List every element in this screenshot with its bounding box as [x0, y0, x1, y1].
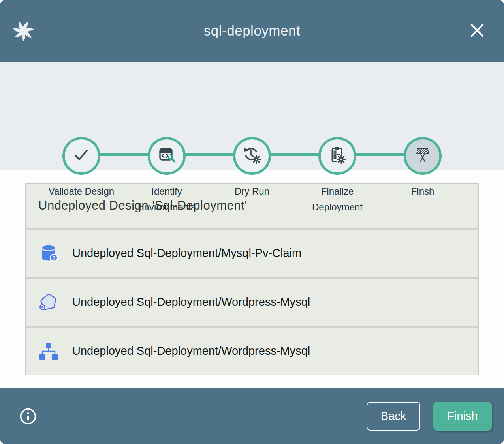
step-circle — [233, 137, 271, 175]
step-circle — [62, 137, 100, 175]
info-button[interactable] — [19, 407, 37, 425]
wizard-stepper: Validate Design — [0, 62, 504, 170]
pinwheel-logo-icon — [13, 21, 34, 42]
pentagon-badge-icon — [38, 292, 59, 313]
info-circle-icon — [19, 421, 37, 427]
step-label: Finalize Deployment — [303, 184, 372, 215]
close-button[interactable] — [466, 20, 488, 42]
step-circle — [404, 137, 442, 175]
step-finalize-deployment: Finalize Deployment — [295, 63, 380, 215]
modal-footer: Back Finish — [0, 388, 504, 444]
checkmark-icon — [72, 146, 91, 166]
step-circle — [148, 137, 186, 175]
step-finish: Finsh — [380, 63, 465, 215]
close-x-icon — [469, 22, 485, 39]
deployment-wizard-modal: sql-deployment Validate Design — [0, 0, 504, 444]
step-label: Dry Run — [235, 184, 269, 199]
database-question-icon: ? — [38, 243, 59, 264]
status-row-text: Undeployed Sql-Deployment/Mysql-Pv-Claim — [72, 247, 301, 260]
step-label: Finsh — [411, 184, 434, 199]
status-row-text: Undeployed Sql-Deployment/Wordpress-Mysq… — [72, 296, 310, 309]
status-row-wordpress-mysql-service: Undeployed Sql-Deployment/Wordpress-Mysq… — [26, 279, 478, 326]
checkered-flags-icon — [412, 145, 433, 167]
status-row-wordpress-mysql-deployment: Undeployed Sql-Deployment/Wordpress-Mysq… — [26, 328, 478, 375]
refresh-clock-gear-icon — [242, 145, 262, 167]
step-dry-run: Dry Run — [209, 63, 295, 215]
hierarchy-icon — [38, 341, 59, 362]
modal-header: sql-deployment — [0, 0, 504, 62]
step-circle — [318, 137, 356, 175]
page-title: sql-deployment — [204, 23, 300, 39]
step-label: Identify Environments — [132, 184, 201, 215]
finish-button[interactable]: Finish — [433, 402, 492, 431]
clipboard-checklist-gear-icon — [327, 145, 348, 167]
status-row-text: Undeployed Sql-Deployment/Wordpress-Mysq… — [72, 345, 310, 358]
step-label: Validate Design — [49, 184, 114, 199]
back-button[interactable]: Back — [367, 402, 420, 431]
svg-text:?: ? — [53, 255, 55, 260]
code-window-wrench-icon — [157, 145, 177, 167]
step-identify-environments: Identify Environments — [124, 63, 209, 215]
step-validate-design: Validate Design — [39, 63, 124, 215]
status-row-mysql-pv-claim: ? Undeployed Sql-Deployment/Mysql-Pv-Cla… — [26, 230, 478, 277]
